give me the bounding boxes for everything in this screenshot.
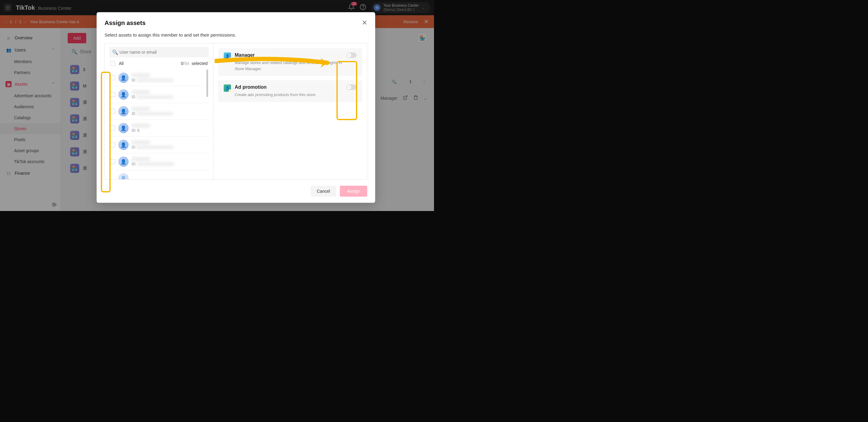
store-square-icon[interactable]: 🏪 (417, 33, 427, 43)
cancel-button[interactable]: Cancel (311, 186, 336, 197)
user-item[interactable]: 👤 ID (109, 69, 209, 86)
resolve-link[interactable]: Resolve (404, 20, 418, 24)
user-item[interactable]: 👤 (109, 170, 209, 179)
user-checkbox[interactable] (110, 109, 115, 114)
svg-point-3 (6, 7, 7, 8)
alert-text: Your Business Center has b (30, 20, 79, 24)
alert-page-total: 1 (19, 20, 21, 24)
store-name: 派 (83, 165, 87, 171)
avatar: 朱 (374, 4, 380, 11)
svg-point-4 (8, 7, 8, 8)
bc-name: Your Business Center (383, 3, 419, 8)
user-id-value (136, 112, 173, 116)
manager-toggle[interactable] (346, 53, 356, 58)
user-name (132, 123, 150, 128)
user-name (132, 157, 150, 161)
sidebar-sub-pixels[interactable]: Pixels (0, 134, 61, 145)
sidebar-sub-members[interactable]: Members (0, 56, 61, 67)
sidebar-sub-partners[interactable]: Partners (0, 67, 61, 78)
user-item[interactable]: 👤 ID (109, 103, 209, 120)
open-icon[interactable] (403, 95, 408, 101)
permissions-column: 👤 Manager Manage stores and related cata… (213, 43, 367, 179)
sidebar-label: Overview (14, 35, 32, 40)
store-icon: 🏪 (70, 131, 79, 140)
alert-close-icon[interactable]: ✕ (424, 18, 429, 25)
user-name (132, 90, 150, 94)
user-item[interactable]: 👤 ID (109, 137, 209, 153)
assign-button[interactable]: Assign (340, 186, 367, 197)
chevron-up-icon: ⌃ (52, 48, 55, 53)
user-item[interactable]: 👤 ID: (109, 153, 209, 170)
business-center-selector[interactable]: 朱 Your Business Center (Demo) Direct BC … (371, 2, 430, 13)
sidebar-item-overview[interactable]: ⌂ Overview (0, 32, 61, 44)
user-checkbox[interactable] (110, 75, 115, 80)
select-all-checkbox[interactable] (110, 61, 115, 66)
delete-icon[interactable] (413, 95, 418, 101)
assign-assets-modal: Assign assets ✕ Select assets to assign … (97, 12, 375, 203)
sidebar-item-assets[interactable]: ▣ Assets ⌃ (0, 78, 61, 90)
user-search-input[interactable] (109, 47, 209, 57)
store-icon: 🏪 (70, 65, 79, 74)
alert-next-icon[interactable]: › (24, 20, 26, 24)
user-id-value (136, 78, 173, 82)
sidebar-sub-stores[interactable]: Stores (0, 123, 61, 134)
count-current: 0 (181, 61, 184, 66)
user-item[interactable]: 👤 ID: 6 (109, 120, 209, 137)
perm-ad-title: Ad promotion (235, 85, 343, 90)
user-checkbox[interactable] (110, 142, 115, 147)
sidebar-sub-advertiser[interactable]: Advertiser accounts (0, 90, 61, 101)
close-icon[interactable]: ✕ (362, 19, 367, 27)
modal-footer: Cancel Assign (104, 186, 367, 197)
user-id-value (136, 95, 173, 99)
sidebar-sub-tiktok-accounts[interactable]: TikTok accounts (0, 156, 61, 167)
sidebar-label: Finance (14, 171, 30, 176)
user-checkbox[interactable] (110, 159, 115, 164)
sidebar-sub-audiences[interactable]: Audiences (0, 101, 61, 112)
sidebar-item-users[interactable]: 👥 Users ⌃ (0, 44, 61, 56)
ad-promotion-toggle[interactable] (346, 85, 356, 90)
svg-point-8 (9, 9, 10, 10)
apps-grid-icon[interactable] (4, 3, 12, 12)
notification-bell-icon[interactable]: 22 (348, 4, 355, 11)
count-total: 84 (184, 61, 189, 66)
user-item[interactable]: 👤 ID (109, 86, 209, 103)
manager-icon: 👤 (224, 53, 231, 60)
bc-text: Your Business Center (Demo) Direct BC t (383, 3, 419, 12)
svg-point-2 (9, 6, 10, 7)
logo-sub: Business Center (38, 5, 72, 11)
add-button[interactable]: Add (68, 33, 86, 43)
alert-page-current: 1 (10, 20, 12, 24)
user-name (132, 107, 150, 111)
chevron-down-icon[interactable]: ⌄ (424, 96, 427, 101)
logo: TikTok:Business Center (16, 4, 72, 11)
perm-body: Manager Manage stores and related catalo… (235, 53, 343, 72)
sidebar-item-finance[interactable]: □ Finance (0, 167, 61, 179)
store-icon: 🏪 (70, 164, 79, 173)
user-name (132, 140, 150, 145)
user-list[interactable]: 👤 ID 👤 ID 👤 ID 👤 ID: 6 (109, 69, 209, 179)
modal-body: 🔍 All 0/84 selected 👤 ID (104, 43, 367, 180)
user-checkbox[interactable] (110, 126, 115, 130)
sidebar-label: Assets (14, 82, 27, 87)
modal-subtitle: Select assets to assign this member to a… (104, 32, 367, 37)
permission-ad-promotion: 👤 Ad promotion Create ads promoting prod… (218, 80, 362, 102)
role-label: Manager (381, 96, 397, 101)
user-avatar-icon: 👤 (118, 89, 129, 100)
perm-ad-desc: Create ads promoting products from this … (235, 92, 343, 98)
user-avatar-icon: 👤 (118, 156, 129, 167)
user-id-value (136, 146, 173, 149)
users-icon: 👥 (5, 47, 11, 53)
page-number[interactable]: 1 (403, 76, 418, 87)
sidebar-sub-catalogs[interactable]: Catalogs (0, 112, 61, 123)
page-next-icon[interactable]: › (421, 76, 427, 87)
search-wrap: 🔍 (109, 47, 209, 57)
store-name: 派 (83, 133, 87, 138)
user-checkbox[interactable] (110, 92, 115, 97)
scrollbar-thumb[interactable] (206, 69, 208, 97)
collapse-sidebar-icon[interactable] (52, 202, 57, 209)
user-avatar-icon: 👤 (118, 72, 129, 83)
sidebar-sub-asset-groups[interactable]: Asset groups (0, 145, 61, 156)
help-icon[interactable] (360, 4, 366, 11)
modal-header: Assign assets ✕ (104, 19, 367, 27)
alert-prev-icon[interactable]: ‹ (5, 20, 7, 24)
